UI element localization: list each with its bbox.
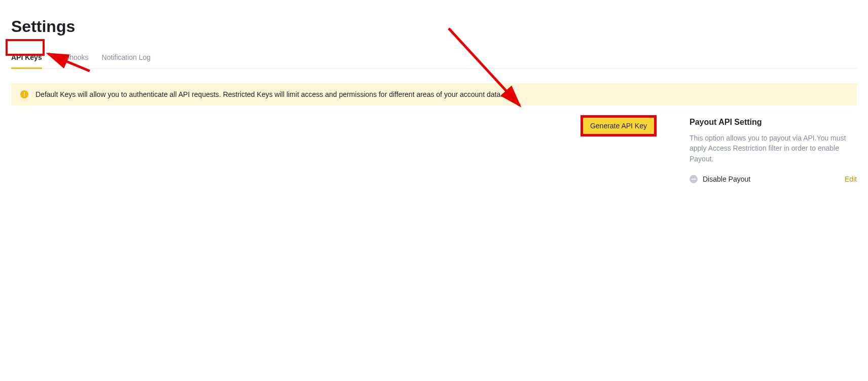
payout-status: Disable Payout — [690, 175, 750, 183]
left-pane: Generate API Key — [11, 118, 654, 134]
tab-api-keys[interactable]: API Keys — [11, 49, 42, 68]
tab-label: Notification Log — [102, 53, 151, 61]
info-text: Default Keys will allow you to authentic… — [35, 90, 502, 98]
generate-api-key-button[interactable]: Generate API Key — [583, 118, 654, 134]
tab-notification-log[interactable]: Notification Log — [102, 49, 151, 68]
edit-link[interactable]: Edit — [845, 175, 857, 183]
info-banner: ! Default Keys will allow you to authent… — [11, 83, 857, 106]
disabled-icon — [690, 175, 698, 183]
info-icon: ! — [20, 90, 28, 98]
payout-status-row: Disable Payout Edit — [690, 175, 857, 183]
tabs: API Keys Webhooks Notification Log — [11, 49, 857, 69]
payout-status-label: Disable Payout — [703, 175, 750, 183]
payout-description: This option allows you to payout via API… — [690, 133, 857, 164]
page-title: Settings — [11, 17, 857, 36]
tab-webhooks[interactable]: Webhooks — [55, 49, 89, 68]
payout-side-panel: Payout API Setting This option allows yo… — [690, 118, 857, 183]
tab-label: API Keys — [11, 53, 42, 61]
main-row: Generate API Key Payout API Setting This… — [11, 118, 857, 183]
tab-label: Webhooks — [55, 53, 89, 61]
payout-title: Payout API Setting — [690, 118, 857, 127]
